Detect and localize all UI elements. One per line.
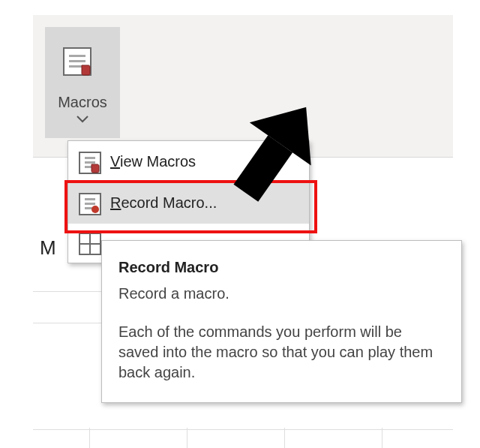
scroll-badge-icon <box>91 164 101 174</box>
menu-item-view-macros[interactable]: View Macros <box>68 141 309 182</box>
macros-icon <box>63 47 102 86</box>
macros-button-label: Macros <box>58 94 107 111</box>
tooltip-title: Record Macro <box>118 257 445 278</box>
view-macros-icon <box>79 152 100 173</box>
menu-item-label: Record Macro... <box>110 194 217 212</box>
table-grid-icon <box>79 233 100 254</box>
record-macro-tooltip: Record Macro Record a macro. Each of the… <box>101 240 462 403</box>
scroll-badge-icon <box>80 64 93 77</box>
menu-item-record-macro[interactable]: Record Macro... <box>68 182 309 224</box>
tooltip-subtitle: Record a macro. <box>118 284 445 304</box>
menu-item-label: View Macros <box>110 153 196 170</box>
chevron-down-icon <box>76 116 88 123</box>
tooltip-body: Each of the commands you perform will be… <box>118 322 445 383</box>
macros-split-button[interactable]: Macros <box>45 27 120 138</box>
record-macro-icon <box>79 193 100 214</box>
